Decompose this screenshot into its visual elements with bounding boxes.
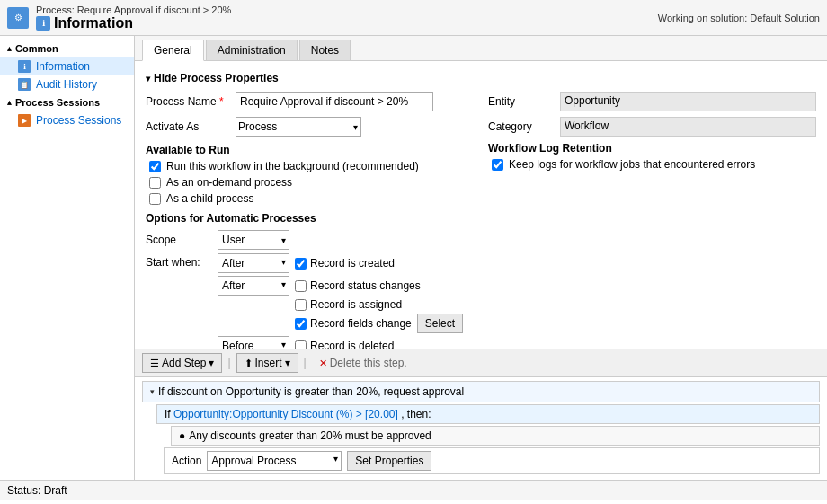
status-label: Status: Draft <box>7 484 67 497</box>
sw-select-wrap-2: After <box>218 276 289 296</box>
add-step-button[interactable]: ☰ Add Step ▾ <box>142 353 222 373</box>
start-when-row-4: Record fields change Select <box>218 314 463 333</box>
step-1-condition-link[interactable]: Opportunity:Opportunity Discount (%) > [… <box>173 408 398 420</box>
working-on-label: Working on solution: Default Solution <box>658 13 820 23</box>
sw-checkbox-4[interactable] <box>295 318 307 330</box>
step-action-row: Action Approval Process Set Properties <box>164 447 820 474</box>
start-when-label: Start when: <box>146 253 218 269</box>
action-select[interactable]: Approval Process <box>207 451 342 471</box>
sidebar-item-information[interactable]: ℹ Information <box>0 57 134 75</box>
sidebar-item-process-sessions[interactable]: ▶ Process Sessions <box>0 111 134 129</box>
sw-select-1[interactable]: After <box>218 253 289 273</box>
process-sessions-icon: ▶ <box>18 114 31 127</box>
process-icon: ⚙ <box>7 7 29 29</box>
wlr-checkbox-row: Keep logs for workflow jobs that encount… <box>488 158 816 171</box>
checkbox-background[interactable] <box>149 161 161 172</box>
sw-label-4: Record fields change <box>310 317 412 330</box>
separator-2: | <box>304 357 307 369</box>
options-title: Options for Automatic Processes <box>146 212 474 225</box>
sw-label-5: Record is deleted <box>310 340 394 349</box>
sw-checkbox-label-2: Record status changes <box>295 279 421 292</box>
sw-checkbox-2[interactable] <box>295 280 307 292</box>
start-when-row-2: After Record status changes <box>218 276 463 296</box>
entity-label: Entity <box>488 95 560 108</box>
sidebar-item-audit-history-label: Audit History <box>36 78 97 91</box>
sw-label-3: Record is assigned <box>310 298 402 311</box>
scope-select[interactable]: User <box>218 230 289 250</box>
insert-label: Insert <box>255 357 282 369</box>
wlr-checkbox-label: Keep logs for workflow jobs that encount… <box>509 158 755 171</box>
header-left: ⚙ Process: Require Approval if discount … <box>7 4 231 31</box>
tabs: General Administration Notes <box>135 36 827 61</box>
delete-step-button[interactable]: ✕ Delete this step. <box>312 353 414 373</box>
content-area: General Administration Notes ▾ Hide Proc… <box>135 36 827 480</box>
header-info-label: Information <box>54 15 133 31</box>
activate-as-select[interactable]: Process <box>236 117 361 137</box>
step-1-condition-prefix: If <box>165 408 173 420</box>
checkbox-on-demand[interactable] <box>149 177 161 189</box>
select-button[interactable]: Select <box>417 314 463 333</box>
sw-checkbox-5[interactable] <box>295 340 307 349</box>
sw-checkbox-3[interactable] <box>295 299 307 311</box>
category-label: Category <box>488 120 560 133</box>
available-to-run-title: Available to Run <box>146 144 474 156</box>
step-1-toggle[interactable]: ▾ <box>150 387 155 396</box>
section-header-label: Hide Process Properties <box>154 72 279 84</box>
information-icon: ℹ <box>18 60 31 73</box>
step-1-sub-label: Any discounts greater than 20% must be a… <box>189 429 431 442</box>
add-step-label: Add Step <box>162 357 206 369</box>
workflow-steps: ▾ If discount on Opportunity is greater … <box>135 376 827 480</box>
sw-checkbox-label-5: Record is deleted <box>295 340 394 349</box>
info-icon: ℹ <box>36 16 50 31</box>
sw-checkbox-label-4: Record fields change <box>295 317 412 330</box>
step-1-condition-suffix: , then: <box>401 408 431 420</box>
entity-row: Entity Opportunity <box>488 92 816 111</box>
set-properties-button[interactable]: Set Properties <box>347 451 431 471</box>
sw-label-1: Record is created <box>310 257 395 270</box>
section-header-hide-process: ▾ Hide Process Properties <box>146 72 816 84</box>
tab-administration[interactable]: Administration <box>206 40 298 60</box>
add-step-icon: ☰ <box>150 358 159 369</box>
insert-dropdown-icon: ▾ <box>285 357 290 369</box>
checkbox-child[interactable] <box>149 193 161 205</box>
action-select-wrap: Approval Process <box>207 451 342 471</box>
workflow-toolbar: ☰ Add Step ▾ | ⬆ Insert ▾ | ✕ Delete thi… <box>135 349 827 376</box>
status-bar: Status: Draft <box>0 480 827 500</box>
sw-label-2: Record status changes <box>310 279 421 292</box>
step-1-condition: If Opportunity:Opportunity Discount (%) … <box>156 404 820 424</box>
activate-as-row: Activate As Process <box>146 117 474 137</box>
two-col-layout: Process Name Activate As Process Ava <box>146 92 816 349</box>
header-title-area: Process: Require Approval if discount > … <box>36 4 231 31</box>
start-when-row-5: Before Record is deleted <box>218 336 463 349</box>
tab-general[interactable]: General <box>142 40 204 61</box>
wlr-checkbox[interactable] <box>492 159 503 171</box>
section-toggle-icon[interactable]: ▾ <box>146 74 150 84</box>
step-1-bullet: ● <box>179 429 185 442</box>
checkbox-on-demand-row: As an on-demand process <box>146 176 474 189</box>
start-when-row: Start when: After <box>146 253 474 349</box>
process-name-label: Process Name <box>146 95 236 108</box>
process-name-input[interactable] <box>236 92 433 111</box>
sw-checkbox-label-1: Record is created <box>295 257 395 270</box>
step-1-substep: ● Any discounts greater than 20% must be… <box>171 426 820 446</box>
sw-checkbox-1[interactable] <box>295 258 307 270</box>
main-container: Common ℹ Information 📋 Audit History Pro… <box>0 36 827 480</box>
entity-value: Opportunity <box>560 92 816 111</box>
sw-select-5[interactable]: Before <box>218 336 289 349</box>
common-section-header: Common <box>0 40 134 57</box>
scope-row: Scope User <box>146 230 474 250</box>
checkbox-background-row: Run this workflow in the background (rec… <box>146 160 474 172</box>
checkbox-child-row: As a child process <box>146 192 474 205</box>
top-header: ⚙ Process: Require Approval if discount … <box>0 0 827 36</box>
options-section: Options for Automatic Processes Scope Us… <box>146 212 474 349</box>
sw-select-2[interactable]: After <box>218 276 289 296</box>
insert-button[interactable]: ⬆ Insert ▾ <box>236 353 298 373</box>
sidebar-item-audit-history[interactable]: 📋 Audit History <box>0 75 134 93</box>
tab-notes[interactable]: Notes <box>299 40 351 60</box>
col-right: Entity Opportunity Category Workflow Wor… <box>488 92 816 349</box>
sw-select-wrap-5: Before <box>218 336 289 349</box>
scope-label: Scope <box>146 234 218 246</box>
add-step-dropdown-icon: ▾ <box>209 357 214 369</box>
sw-checkbox-label-3: Record is assigned <box>295 298 402 311</box>
step-1-row: ▾ If discount on Opportunity is greater … <box>142 381 820 402</box>
